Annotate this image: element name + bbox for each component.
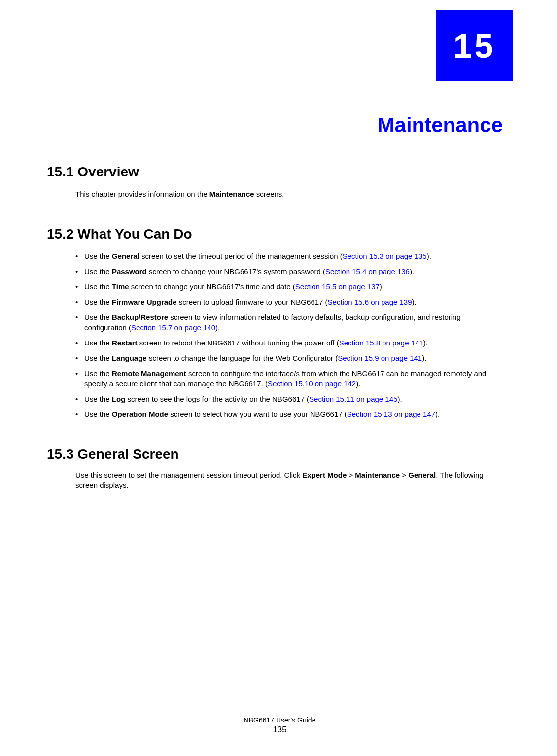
general-paragraph: Use this screen to set the management se… bbox=[75, 470, 503, 490]
text: screen to select how you want to use you… bbox=[168, 410, 347, 418]
text-bold: Expert Mode bbox=[302, 471, 347, 479]
list-item: Use the Restart screen to reboot the NBG… bbox=[75, 338, 503, 348]
page-number: 135 bbox=[47, 725, 513, 735]
page-footer: NBG6617 User's Guide 135 bbox=[47, 714, 513, 735]
text: ). bbox=[380, 282, 384, 291]
text: ). bbox=[412, 298, 417, 306]
footer-rule bbox=[47, 714, 513, 714]
list-item: Use the Language screen to change the la… bbox=[75, 353, 503, 363]
cross-reference-link[interactable]: Section 15.10 on page 142 bbox=[268, 379, 356, 388]
section-heading-general: 15.3 General Screen bbox=[47, 447, 503, 462]
text: screens. bbox=[254, 190, 284, 198]
text-bold: Maintenance bbox=[209, 190, 254, 198]
text: Use this screen to set the management se… bbox=[75, 471, 302, 479]
text: Use the bbox=[84, 339, 112, 347]
cross-reference-link[interactable]: Section 15.6 on page 139 bbox=[328, 298, 412, 306]
text: ). bbox=[356, 379, 360, 388]
overview-paragraph: This chapter provides information on the… bbox=[75, 189, 503, 199]
text: screen to see the logs for the activity … bbox=[125, 395, 309, 403]
text-bold: Backup/Restore bbox=[112, 313, 168, 321]
text-bold: Log bbox=[112, 395, 126, 403]
text: screen to change the language for the We… bbox=[147, 354, 338, 362]
section-heading-whatyoucando: 15.2 What You Can Do bbox=[47, 226, 503, 242]
text-bold: Restart bbox=[112, 339, 138, 347]
cross-reference-link[interactable]: Section 15.7 on page 140 bbox=[131, 323, 215, 332]
text-bold: Firmware Upgrade bbox=[112, 298, 177, 306]
text: ). bbox=[422, 354, 426, 362]
text: ). bbox=[427, 252, 431, 260]
list-item: Use the Remote Management screen to conf… bbox=[75, 368, 503, 389]
text: ). bbox=[423, 339, 428, 347]
text-bold: Time bbox=[112, 282, 129, 291]
text: > bbox=[400, 471, 408, 479]
cross-reference-link[interactable]: Section 15.4 on page 136 bbox=[325, 267, 410, 275]
text: screen to change your NBG6617's time and… bbox=[129, 282, 295, 291]
text: > bbox=[347, 471, 355, 479]
text-bold: Language bbox=[112, 354, 147, 362]
cross-reference-link[interactable]: Section 15.3 on page 135 bbox=[343, 252, 427, 260]
chapter-number: 15 bbox=[453, 27, 496, 65]
list-item: Use the Firmware Upgrade screen to uploa… bbox=[75, 297, 503, 307]
text: Use the bbox=[84, 369, 112, 378]
text: Use the bbox=[84, 395, 112, 403]
page-container: 15 Maintenance 15.1 Overview This chapte… bbox=[0, 0, 557, 756]
list-item: Use the Time screen to change your NBG66… bbox=[75, 281, 503, 292]
text: ). bbox=[397, 395, 402, 403]
text-bold: Operation Mode bbox=[112, 410, 168, 418]
text: ). bbox=[410, 267, 414, 275]
footer-guide-name: NBG6617 User's Guide bbox=[47, 716, 513, 724]
feature-list: Use the General screen to set the timeou… bbox=[75, 251, 503, 419]
text: screen to set the timeout period of the … bbox=[139, 252, 343, 260]
text: screen to reboot the NBG6617 without tur… bbox=[138, 339, 339, 347]
text-bold: Remote Management bbox=[112, 369, 186, 378]
text: screen to upload firmware to your NBG661… bbox=[177, 298, 328, 306]
chapter-title: Maintenance bbox=[47, 113, 503, 137]
text: ). bbox=[435, 410, 440, 418]
text-bold: Maintenance bbox=[355, 471, 400, 479]
cross-reference-link[interactable]: Section 15.8 on page 141 bbox=[339, 339, 423, 347]
text: Use the bbox=[84, 282, 112, 291]
text: Use the bbox=[84, 252, 112, 260]
cross-reference-link[interactable]: Section 15.11 on page 145 bbox=[309, 395, 397, 403]
text: screen to change your NBG6617's system p… bbox=[147, 267, 325, 275]
chapter-number-box: 15 bbox=[436, 10, 513, 81]
text-bold: General bbox=[112, 252, 139, 260]
text: Use the bbox=[84, 410, 112, 418]
text: ). bbox=[215, 323, 220, 332]
cross-reference-link[interactable]: Section 15.9 on page 141 bbox=[338, 354, 422, 362]
text-bold: Password bbox=[112, 267, 147, 275]
list-item: Use the Operation Mode screen to select … bbox=[75, 409, 503, 419]
text-bold: General bbox=[408, 471, 436, 479]
text: Use the bbox=[84, 267, 112, 275]
list-item: Use the Log screen to see the logs for t… bbox=[75, 394, 503, 404]
text: Use the bbox=[84, 313, 112, 321]
list-item: Use the Backup/Restore screen to view in… bbox=[75, 312, 503, 333]
list-item: Use the General screen to set the timeou… bbox=[75, 251, 503, 261]
section-heading-overview: 15.1 Overview bbox=[47, 164, 503, 180]
text: This chapter provides information on the bbox=[75, 190, 209, 198]
cross-reference-link[interactable]: Section 15.5 on page 137 bbox=[295, 282, 380, 291]
text: Use the bbox=[84, 298, 112, 306]
text: Use the bbox=[84, 354, 112, 362]
list-item: Use the Password screen to change your N… bbox=[75, 266, 503, 276]
cross-reference-link[interactable]: Section 15.13 on page 147 bbox=[347, 410, 435, 418]
